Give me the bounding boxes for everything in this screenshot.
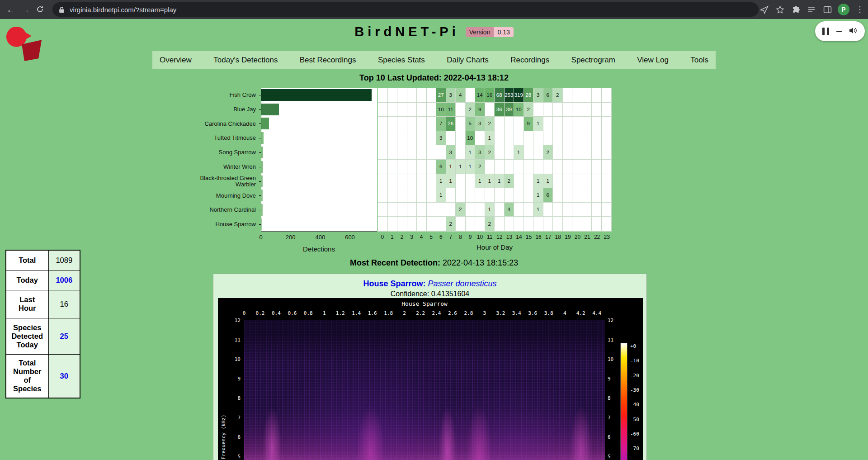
bar-row xyxy=(261,160,377,174)
nav-item-today-s-detections[interactable]: Today's Detections xyxy=(213,56,278,65)
heatmap-cell xyxy=(456,103,466,117)
address-bar[interactable]: virginia.birdnetpi.com/?stream=play xyxy=(52,2,759,17)
heatmap-cell xyxy=(514,160,524,174)
heatmap-cell xyxy=(495,217,505,231)
heatmap-cell xyxy=(495,203,505,217)
heatmap-cell xyxy=(436,145,446,160)
nav-item-daily-charts[interactable]: Daily Charts xyxy=(447,56,489,65)
heatmap-cell xyxy=(543,103,553,117)
hourly-heatmap: 2734141668253319283621011293639102726532… xyxy=(377,88,612,232)
heatmap-cell: 9 xyxy=(475,103,485,117)
nav-item-best-recordings[interactable]: Best Recordings xyxy=(300,56,356,65)
spectrogram-plot xyxy=(244,320,605,460)
speaker-icon[interactable] xyxy=(849,27,858,36)
heatmap-cell xyxy=(397,160,407,174)
heatmap-cell xyxy=(592,131,602,146)
hour-tick: 17 xyxy=(545,234,551,240)
spectrogram-colorbar xyxy=(620,343,627,460)
extensions-puzzle-icon[interactable] xyxy=(790,4,801,15)
nav-item-spectrogram[interactable]: Spectrogram xyxy=(571,56,615,65)
bar-row xyxy=(261,174,377,189)
volume-slider-icon[interactable] xyxy=(836,31,842,32)
heatmap-cell: 28 xyxy=(524,88,534,103)
reading-list-icon[interactable] xyxy=(806,4,817,15)
species-latin-link[interactable]: Passer domesticus xyxy=(428,279,496,288)
bar-row xyxy=(261,102,377,117)
page-body: BirdNET-Pi Version 0.13 OverviewToday's … xyxy=(0,19,868,460)
db-tick: -20 xyxy=(630,372,639,378)
side-panel-icon[interactable] xyxy=(822,4,833,15)
heatmap-cell: 1 xyxy=(436,174,446,189)
nav-item-view-log[interactable]: View Log xyxy=(637,56,669,65)
freq-tick-left: 6 xyxy=(221,434,241,440)
hour-tick: 10 xyxy=(477,234,483,240)
back-button[interactable]: ← xyxy=(5,4,17,15)
time-tick: 3.8 xyxy=(544,310,553,316)
species-common-link[interactable]: House Sparrow: xyxy=(363,279,425,288)
heatmap-cell xyxy=(602,188,612,203)
time-tick: 1.8 xyxy=(384,310,393,316)
heatmap-cell xyxy=(407,160,417,174)
heatmap-cell xyxy=(407,103,417,117)
heatmap-cell xyxy=(592,103,602,117)
heatmap-cell: 3 xyxy=(436,131,446,146)
heatmap-cell xyxy=(543,217,553,231)
send-icon[interactable] xyxy=(759,4,769,15)
pause-icon[interactable] xyxy=(822,28,829,35)
nav-item-overview[interactable]: Overview xyxy=(160,56,192,65)
hour-tick: 13 xyxy=(506,234,512,240)
hour-tick: 3 xyxy=(410,234,413,240)
heatmap-cell: 36 xyxy=(495,103,505,117)
heatmap-cell xyxy=(514,217,524,231)
heatmap-cell xyxy=(543,131,553,146)
detections-bar xyxy=(261,190,263,201)
bookmark-star-icon[interactable] xyxy=(774,4,785,15)
heatmap-cell xyxy=(417,131,427,146)
heatmap-cell xyxy=(572,217,582,231)
heatmap-cell xyxy=(378,103,388,117)
url-text[interactable]: virginia.birdnetpi.com/?stream=play xyxy=(70,6,176,14)
stats-value-link[interactable]: 1006 xyxy=(48,270,80,290)
page-title: BirdNET-Pi xyxy=(354,24,459,39)
heatmap-cell xyxy=(475,188,485,203)
heatmap-cell xyxy=(592,145,602,160)
db-tick: -70 xyxy=(630,446,639,451)
heatmap-cell: 1 xyxy=(456,160,466,174)
reload-button[interactable] xyxy=(33,4,46,15)
heatmap-cell xyxy=(427,88,437,103)
heatmap-cell: 6 xyxy=(543,88,553,103)
heatmap-cell xyxy=(475,131,485,146)
stats-value-link[interactable]: 25 xyxy=(48,318,80,354)
db-tick: -10 xyxy=(630,358,639,364)
forward-button[interactable]: → xyxy=(19,4,32,15)
heatmap-cell xyxy=(563,203,573,217)
species-label-mourning-dove: Mourning Dove xyxy=(199,189,259,203)
nav-item-recordings[interactable]: Recordings xyxy=(510,56,549,65)
detection-species-line: House Sparrow: Passer domesticus xyxy=(213,279,646,289)
freq-tick-left: 10 xyxy=(221,356,241,362)
nav-item-tools[interactable]: Tools xyxy=(690,56,708,65)
menu-dots-icon[interactable]: ⋮ xyxy=(854,4,865,15)
time-tick: 1.6 xyxy=(368,310,377,316)
heatmap-cell xyxy=(602,217,612,231)
heatmap-cell xyxy=(582,203,592,217)
stats-row-total: Total1089 xyxy=(6,250,80,270)
heatmap-cell: 2 xyxy=(553,88,563,103)
heatmap-cell xyxy=(495,131,505,146)
stats-value-link[interactable]: 30 xyxy=(48,354,80,398)
heatmap-cell: 319 xyxy=(514,88,524,103)
time-tick: 1 xyxy=(323,310,326,316)
heatmap-cell: 1 xyxy=(446,174,456,189)
version-label: Version xyxy=(466,27,494,37)
heatmap-cell xyxy=(553,103,563,117)
detections-bar xyxy=(261,204,263,216)
site-info-lock-icon[interactable] xyxy=(59,6,65,13)
confidence-value: 0.41351604 xyxy=(431,290,470,298)
heatmap-cell xyxy=(378,217,388,231)
heatmap-cell: 1 xyxy=(466,160,476,174)
heatmap-cell xyxy=(485,188,495,203)
profile-avatar[interactable]: P xyxy=(838,4,849,15)
bar-row xyxy=(261,203,377,217)
nav-item-species-stats[interactable]: Species Stats xyxy=(378,56,425,65)
hour-tick: 6 xyxy=(439,234,443,240)
